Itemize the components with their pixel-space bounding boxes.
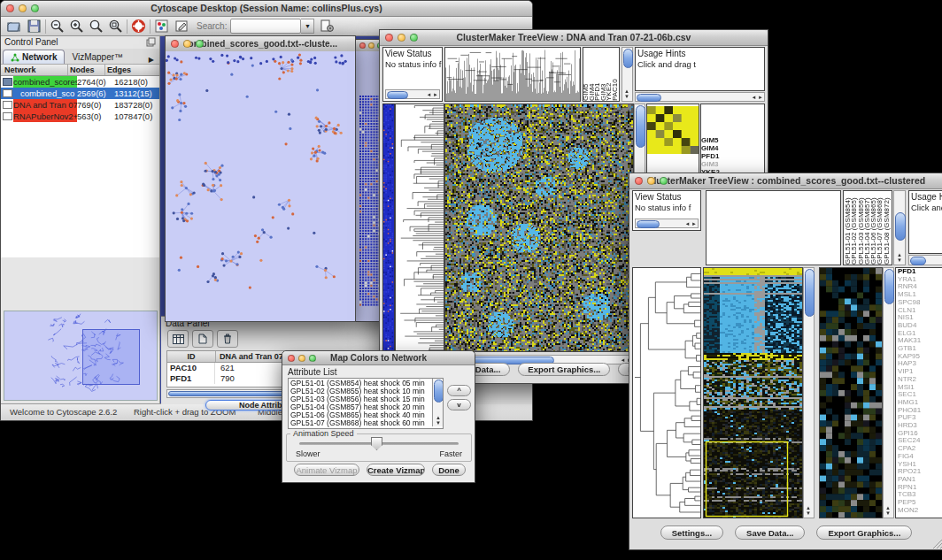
tv2-action-button[interactable]: Export Graphics...	[816, 525, 912, 540]
treeview2-title: ClusterMaker TreeView : combined_scores_…	[647, 175, 925, 186]
col-header-nodes[interactable]: Nodes	[68, 65, 105, 75]
minimize-button[interactable]	[368, 42, 374, 49]
network-view-1[interactable]	[166, 51, 355, 321]
close-button[interactable]	[359, 42, 366, 49]
close-button[interactable]	[385, 34, 393, 42]
close-button[interactable]	[288, 355, 295, 362]
tv2-heatmap-vscrollbar[interactable]: ▲▼	[803, 267, 815, 518]
tv2-zoom-panel[interactable]	[819, 267, 883, 518]
save-icon[interactable]	[27, 19, 42, 34]
zoom-button[interactable]	[660, 177, 668, 185]
minimize-button[interactable]	[647, 177, 655, 185]
attribute-item[interactable]: GPL51-07 (GSM868) heat shock 60 min	[290, 419, 441, 427]
move-down-button[interactable]: v	[447, 399, 471, 410]
minimize-button[interactable]	[19, 4, 27, 12]
main-titlebar[interactable]: Cytoscape Desktop (Session Name: collins…	[1, 1, 532, 17]
speed-slider-thumb[interactable]	[371, 437, 382, 450]
tv1-global-selection-strip[interactable]	[382, 104, 395, 352]
tv2-column-dendrogram[interactable]	[706, 190, 841, 265]
zoom-out-icon[interactable]	[50, 19, 65, 34]
tv2-gene-label[interactable]: MON2	[896, 507, 942, 515]
close-button[interactable]	[171, 40, 179, 48]
network-table-row[interactable]: RNAPuberNov2+ 563(0) 107847(0)	[1, 111, 159, 122]
done-button[interactable]: Done	[432, 464, 466, 476]
network-window-1-titlebar[interactable]: combined_scores_good.txt--cluste...	[166, 36, 355, 52]
tv1-uh-scrollbar[interactable]: ◄ ►	[635, 92, 765, 102]
tv1-column-label[interactable]: PAC10	[613, 48, 619, 101]
tv1-heatmap[interactable]	[444, 104, 634, 352]
map-colors-dialog: Map Colors to Network Attribute List GPL…	[282, 350, 475, 483]
tv1-gene-label[interactable]: GIM5	[701, 136, 764, 144]
tv1-collabel-vscrollbar[interactable]: ▲▼	[622, 47, 633, 102]
tv1-row-dendrogram[interactable]	[395, 104, 444, 352]
tv1-action-button[interactable]: Export Graphics...	[518, 363, 610, 376]
tv1-gene-label[interactable]: PFD1	[701, 152, 764, 160]
tv2-vs-scrollbar[interactable]: ◄ ►	[635, 219, 699, 228]
tv2-collabel-vscrollbar[interactable]: ▲▼	[893, 190, 906, 265]
help-lifesaver-icon[interactable]	[131, 19, 146, 34]
resize-grip[interactable]	[930, 537, 942, 548]
tv2-row-dendrogram[interactable]	[632, 267, 701, 518]
tv1-vs-scrollbar[interactable]: ◄ ►	[385, 89, 440, 99]
tv1-gene-label[interactable]: GIM4	[701, 144, 764, 152]
create-vizmap-button[interactable]: Create Vizmap	[367, 464, 425, 476]
tv1-usage-hints-text: Click and drag t	[636, 58, 764, 69]
search-input[interactable]	[230, 19, 301, 34]
search-label: Search:	[197, 21, 227, 31]
treeview2-window: ClusterMaker TreeView : combined_scores_…	[629, 173, 942, 550]
attribute-list-label: Attribute List	[288, 367, 337, 377]
dialog-titlebar[interactable]: Map Colors to Network	[282, 351, 475, 365]
treeview1-titlebar[interactable]: ClusterMaker TreeView : DNA and Tran 07-…	[380, 30, 768, 46]
minimize-button[interactable]	[298, 355, 305, 362]
annotation-icon[interactable]	[174, 19, 189, 34]
tab-overflow-arrow[interactable]: ▶	[149, 56, 159, 64]
zoom-fit-icon[interactable]	[89, 19, 104, 34]
treeview2-titlebar[interactable]: ClusterMaker TreeView : combined_scores_…	[629, 173, 942, 189]
network-table-row[interactable]: combined_scores 2764(0) 16218(0)	[1, 76, 159, 88]
delete-attribute-button[interactable]	[217, 330, 238, 348]
zoom-button[interactable]	[196, 40, 204, 48]
zoom-in-icon[interactable]	[69, 19, 84, 34]
open-folder-icon[interactable]	[6, 19, 21, 34]
col-header-network[interactable]: Network	[1, 65, 68, 75]
zoom-button[interactable]	[309, 355, 316, 362]
attribute-list-vscrollbar[interactable]: ▲▼	[432, 379, 443, 426]
tv2-zoom-vscrollbar[interactable]: ▲▼	[883, 267, 894, 518]
main-window-title: Cytoscape Desktop (Session Name: collins…	[151, 3, 382, 13]
col-header-edges[interactable]: Edges	[105, 65, 159, 75]
move-up-button[interactable]: ^	[447, 385, 471, 396]
new-attribute-button[interactable]	[192, 330, 213, 348]
vizmapper-icon[interactable]	[154, 19, 169, 34]
tv1-coltree-canvas	[445, 48, 580, 101]
close-button[interactable]	[635, 177, 643, 185]
minimize-button[interactable]	[398, 34, 405, 42]
select-attributes-button[interactable]	[167, 330, 189, 348]
tv1-gene-label[interactable]: GIM3	[701, 160, 764, 168]
tv2-view-status-title: View Status	[633, 191, 700, 202]
minimize-button[interactable]	[183, 40, 191, 48]
tv1-usage-hints: Usage Hints Click and drag t	[635, 47, 765, 91]
search-config-icon[interactable]	[320, 19, 335, 34]
search-dropdown-button[interactable]: ▼	[301, 19, 314, 34]
tv2-uh-scrollbar[interactable]	[908, 255, 942, 265]
birdseye-view[interactable]	[4, 311, 158, 401]
network-table-row[interactable]: DNA and Tran 07 769(0) 183728(0)	[1, 99, 159, 111]
trash-icon	[223, 334, 232, 344]
close-button[interactable]	[6, 4, 14, 12]
network-table-row[interactable]: combined_sco 2569(6) 13112(15)	[1, 88, 159, 99]
treeview1-title: ClusterMaker TreeView : DNA and Tran 07-…	[457, 32, 691, 42]
tab-network[interactable]: Network	[3, 50, 65, 64]
float-panel-icon[interactable]	[146, 37, 156, 47]
tab-vizmapper[interactable]: VizMapper™	[65, 50, 130, 64]
zoom-button[interactable]	[31, 4, 39, 12]
tv2-action-button[interactable]: Settings...	[660, 525, 723, 540]
tv2-action-button[interactable]: Save Data...	[735, 525, 805, 540]
animate-vizmap-button[interactable]: Animate Vizmap	[294, 464, 359, 476]
zoom-button[interactable]	[410, 34, 418, 42]
tv2-column-label[interactable]: GPL51-08 (GSM872)	[884, 191, 890, 265]
tv2-heatmap[interactable]	[703, 267, 803, 518]
zoom-selected-icon[interactable]	[108, 19, 123, 34]
dp-col-id[interactable]: ID	[167, 351, 216, 362]
tv1-column-dendrogram[interactable]	[444, 47, 581, 102]
tv1-usage-hints-title: Usage Hints	[636, 48, 764, 58]
